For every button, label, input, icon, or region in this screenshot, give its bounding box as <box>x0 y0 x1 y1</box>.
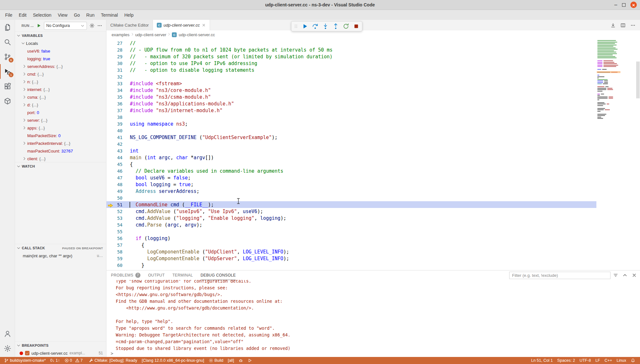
tab-udp-client-server[interactable]: udp-client-server.cc <box>153 20 210 30</box>
breakpoints-section-header[interactable]: BREAKPOINTS <box>15 341 106 349</box>
debug-gear-icon[interactable] <box>89 23 95 28</box>
code-line-46[interactable]: 46 // Declare variables used in command-… <box>106 168 596 174</box>
statusbar-cursor-position[interactable]: Ln 51, Col 1 <box>529 357 555 364</box>
gutter-line-number[interactable]: 44 <box>106 155 122 160</box>
breakpoint-checkbox[interactable] <box>25 351 29 355</box>
gutter-line-number[interactable]: 27 <box>106 41 122 46</box>
code-line-52[interactable]: 52 cmd.AddValue ("useIpv6", "Use Ipv6", … <box>106 208 596 215</box>
statusbar-cmake-status[interactable]: CMake: [Debug]: Ready <box>87 357 139 364</box>
minimap[interactable] <box>597 39 620 270</box>
code-line-36[interactable]: 36#include "ns3/applications-module.h" <box>106 100 596 107</box>
gutter-line-number[interactable]: 50 <box>106 195 122 201</box>
console-filter-input[interactable] <box>509 272 611 279</box>
restore-icon[interactable] <box>622 3 626 7</box>
gutter-line-number[interactable]: 45 <box>106 162 122 167</box>
statusbar-cmake-launch[interactable] <box>245 357 254 364</box>
step-into-button[interactable] <box>322 22 329 30</box>
statusbar-cmake-build[interactable]: Build <box>206 357 226 364</box>
code-line-43[interactable]: 43int <box>106 147 596 154</box>
code-line-33[interactable]: 33#include <fstream> <box>106 80 596 87</box>
breadcrumb-item[interactable]: udp-client-server.cc <box>179 32 215 37</box>
gutter-line-number[interactable]: 34 <box>106 88 122 93</box>
code-line-56[interactable]: 56 if (logging) <box>106 235 596 242</box>
gutter-line-number[interactable]: 59 <box>106 256 122 261</box>
gutter-line-number[interactable]: 28 <box>106 47 122 53</box>
variable-row-internet[interactable]: internet: {...} <box>15 86 106 93</box>
variable-row-interPacketInterval[interactable]: interPacketInterval: {...} <box>15 139 106 147</box>
code-line-54[interactable]: 54 cmd.Parse (argc, argv); <box>106 221 596 228</box>
gutter-line-number[interactable]: 30 <box>106 61 122 66</box>
variable-row-useV6[interactable]: useV6: false <box>15 47 106 55</box>
gutter-line-number[interactable]: 55 <box>106 229 122 234</box>
code-line-27[interactable]: 27// <box>106 40 596 46</box>
activity-explorer[interactable] <box>0 20 15 35</box>
variable-row-n[interactable]: n: {...} <box>15 78 106 86</box>
step-over-button[interactable] <box>311 22 319 30</box>
minimize-icon[interactable] <box>614 2 617 7</box>
code-line-51[interactable]: 51 CommandLine cmd (__FILE__); <box>106 201 596 208</box>
call-stack-section-header[interactable]: CALL STACK PAUSED ON BREAKPOINT <box>15 244 106 252</box>
tab-cmake-cache-editor[interactable]: CMake Cache Editor <box>106 20 153 30</box>
scope-locals[interactable]: Locals <box>15 39 106 47</box>
code-line-35[interactable]: 35#include "ns3/csma-module.h" <box>106 94 596 100</box>
more-actions-button[interactable] <box>630 23 636 28</box>
variable-row-apps[interactable]: apps: {...} <box>15 124 106 132</box>
code-line-45[interactable]: 45{ <box>106 161 596 168</box>
gutter-line-number[interactable]: 33 <box>106 81 122 86</box>
variable-row-cmd[interactable]: cmd: {...} <box>15 70 106 78</box>
code-line-40[interactable]: 40 <box>106 127 596 134</box>
code-line-42[interactable]: 42 <box>106 141 596 147</box>
code-line-41[interactable]: 41NS_LOG_COMPONENT_DEFINE ("UdpClientSer… <box>106 134 596 141</box>
code-line-28[interactable]: 28// - UDP flow from n0 to n1 of 1024 by… <box>106 46 596 53</box>
menu-file[interactable]: File <box>2 12 16 18</box>
code-line-29[interactable]: 29// - maximum of 320 packets sent (or l… <box>106 53 596 60</box>
statusbar-git-sync[interactable]: 0↓ 1↑ <box>48 357 62 364</box>
code-line-31[interactable]: 31// - option to disable logging stateme… <box>106 67 596 73</box>
code-line-53[interactable]: 53 cmd.AddValue ("logging", "Enable logg… <box>106 215 596 221</box>
debug-config-dropdown[interactable]: No Configura <box>44 22 87 30</box>
stop-button[interactable] <box>352 22 360 30</box>
menu-view[interactable]: View <box>55 12 71 18</box>
gutter-line-number[interactable]: 49 <box>106 189 122 194</box>
variable-row-port[interactable]: port: 0 <box>15 109 106 116</box>
variable-row-serverAddress[interactable]: serverAddress: {...} <box>15 62 106 70</box>
gutter-line-number[interactable]: 31 <box>106 68 122 73</box>
variable-row-d[interactable]: d: {...} <box>15 101 106 109</box>
gutter-line-number[interactable]: 35 <box>106 95 122 100</box>
gutter-line-number[interactable]: 51 <box>106 202 122 207</box>
breadcrumb-item[interactable]: udp-client-server <box>135 32 166 37</box>
maximize-panel-icon[interactable] <box>622 273 627 278</box>
statusbar-git-branch[interactable]: buildsystem-cmake* <box>2 357 48 364</box>
code-line-39[interactable]: 39using namespace ns3; <box>106 120 596 127</box>
statusbar-eol[interactable]: LF <box>593 357 602 364</box>
debug-console-prompt[interactable]: > <box>106 350 640 357</box>
code-editor[interactable]: 27//28// - UDP flow from n0 to n1 of 102… <box>106 39 640 270</box>
activity-run-and-debug[interactable]: 1 <box>0 64 15 79</box>
code-line-38[interactable]: 38 <box>106 114 596 120</box>
gutter-line-number[interactable]: 57 <box>106 243 122 248</box>
gutter-line-number[interactable]: 36 <box>106 101 122 106</box>
menu-go[interactable]: Go <box>71 12 83 18</box>
gutter-line-number[interactable]: 38 <box>106 115 122 120</box>
statusbar-language-mode[interactable]: C++ <box>602 357 614 364</box>
variable-row-logging[interactable]: logging: true <box>15 55 106 62</box>
continue-button[interactable] <box>301 22 309 30</box>
close-panel-icon[interactable] <box>632 273 637 278</box>
statusbar-cmake-target[interactable]: [all] <box>225 357 236 364</box>
views-more-actions-icon[interactable] <box>97 23 102 28</box>
panel-tab-debug-console[interactable]: DEBUG CONSOLE <box>201 270 236 280</box>
gutter-line-number[interactable]: 42 <box>106 142 122 147</box>
gutter-line-number[interactable]: 39 <box>106 121 122 127</box>
statusbar-indentation[interactable]: Spaces: 2 <box>555 357 577 364</box>
download-button[interactable] <box>611 23 616 28</box>
code-line-34[interactable]: 34#include "ns3/core-module.h" <box>106 87 596 94</box>
code-line-55[interactable]: 55 <box>106 228 596 235</box>
gutter-line-number[interactable]: 52 <box>106 209 122 214</box>
variable-row-MaxPacketSize[interactable]: MaxPacketSize: 0 <box>15 132 106 139</box>
gutter-line-number[interactable]: 56 <box>106 236 122 241</box>
activity-accounts[interactable] <box>0 326 15 341</box>
variable-row-csma[interactable]: csma: {...} <box>15 93 106 101</box>
panel-tab-output[interactable]: OUTPUT <box>148 270 165 280</box>
statusbar-remote-os[interactable]: Linux <box>614 357 628 364</box>
code-line-50[interactable]: 50 <box>106 194 596 201</box>
